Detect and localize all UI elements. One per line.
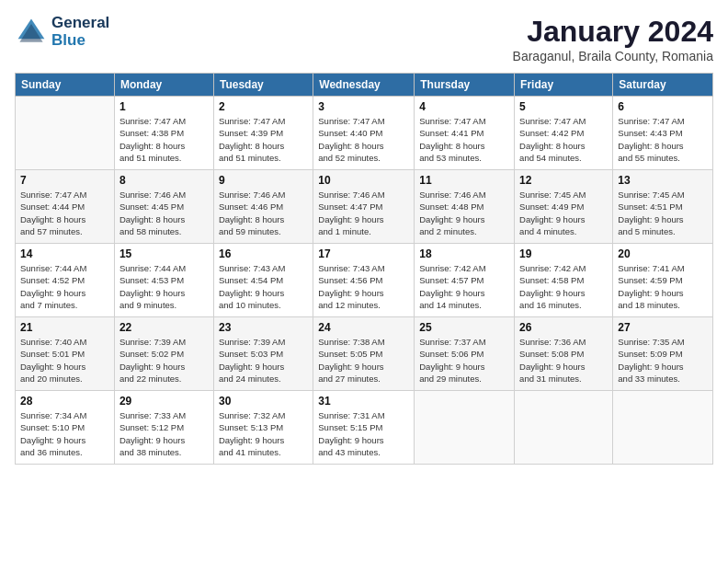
logo-icon (15, 16, 48, 49)
calendar-week-1: 1Sunrise: 7:47 AM Sunset: 4:38 PM Daylig… (16, 97, 713, 170)
day-number: 18 (419, 247, 509, 260)
day-info: Sunrise: 7:45 AM Sunset: 4:51 PM Dayligh… (618, 189, 708, 237)
calendar-cell: 22Sunrise: 7:39 AM Sunset: 5:02 PM Dayli… (114, 317, 213, 391)
calendar-cell: 31Sunrise: 7:31 AM Sunset: 5:15 PM Dayli… (313, 391, 415, 465)
day-number: 1 (119, 100, 209, 113)
calendar-cell: 27Sunrise: 7:35 AM Sunset: 5:09 PM Dayli… (613, 317, 713, 391)
calendar-cell (515, 391, 613, 465)
calendar-cell: 23Sunrise: 7:39 AM Sunset: 5:03 PM Dayli… (213, 317, 313, 391)
calendar-week-4: 21Sunrise: 7:40 AM Sunset: 5:01 PM Dayli… (16, 317, 713, 391)
day-info: Sunrise: 7:32 AM Sunset: 5:13 PM Dayligh… (219, 409, 308, 458)
calendar-cell: 10Sunrise: 7:46 AM Sunset: 4:47 PM Dayli… (313, 170, 415, 244)
day-number: 24 (318, 321, 409, 334)
day-number: 27 (618, 321, 708, 334)
day-header-tuesday: Tuesday (213, 74, 313, 97)
calendar-cell: 11Sunrise: 7:46 AM Sunset: 4:48 PM Dayli… (415, 170, 515, 244)
day-number: 2 (219, 100, 308, 113)
day-info: Sunrise: 7:43 AM Sunset: 4:54 PM Dayligh… (219, 262, 308, 311)
day-number: 4 (419, 100, 509, 113)
day-number: 7 (20, 174, 109, 187)
day-number: 25 (419, 321, 509, 334)
calendar-week-2: 7Sunrise: 7:47 AM Sunset: 4:44 PM Daylig… (16, 170, 713, 244)
calendar-cell: 19Sunrise: 7:42 AM Sunset: 4:58 PM Dayli… (515, 244, 613, 317)
calendar-cell: 14Sunrise: 7:44 AM Sunset: 4:52 PM Dayli… (16, 244, 115, 317)
day-info: Sunrise: 7:41 AM Sunset: 4:59 PM Dayligh… (618, 262, 708, 311)
day-info: Sunrise: 7:38 AM Sunset: 5:05 PM Dayligh… (318, 336, 409, 385)
day-info: Sunrise: 7:45 AM Sunset: 4:49 PM Dayligh… (519, 189, 608, 237)
day-header-thursday: Thursday (415, 74, 515, 97)
day-info: Sunrise: 7:37 AM Sunset: 5:06 PM Dayligh… (419, 336, 509, 385)
day-number: 31 (318, 395, 409, 408)
calendar-cell (16, 97, 115, 170)
day-info: Sunrise: 7:42 AM Sunset: 4:57 PM Dayligh… (419, 262, 509, 311)
day-info: Sunrise: 7:47 AM Sunset: 4:44 PM Dayligh… (20, 189, 109, 237)
calendar-cell: 24Sunrise: 7:38 AM Sunset: 5:05 PM Dayli… (313, 317, 415, 391)
day-number: 3 (318, 100, 409, 113)
day-header-friday: Friday (515, 74, 613, 97)
logo-text-blue: Blue (51, 31, 85, 49)
calendar-cell: 29Sunrise: 7:33 AM Sunset: 5:12 PM Dayli… (114, 391, 213, 465)
day-number: 20 (618, 247, 708, 260)
day-number: 17 (318, 247, 409, 260)
day-info: Sunrise: 7:47 AM Sunset: 4:41 PM Dayligh… (419, 115, 509, 164)
calendar-header: SundayMondayTuesdayWednesdayThursdayFrid… (16, 74, 713, 97)
day-number: 15 (119, 247, 209, 260)
calendar-cell: 26Sunrise: 7:36 AM Sunset: 5:08 PM Dayli… (515, 317, 613, 391)
day-header-sunday: Sunday (16, 74, 115, 97)
day-info: Sunrise: 7:47 AM Sunset: 4:40 PM Dayligh… (318, 115, 409, 164)
calendar-cell: 30Sunrise: 7:32 AM Sunset: 5:13 PM Dayli… (213, 391, 313, 465)
calendar-cell (415, 391, 515, 465)
day-header-monday: Monday (114, 74, 213, 97)
calendar-week-3: 14Sunrise: 7:44 AM Sunset: 4:52 PM Dayli… (16, 244, 713, 317)
day-number: 22 (119, 321, 209, 334)
calendar-cell (613, 391, 713, 465)
calendar-cell: 7Sunrise: 7:47 AM Sunset: 4:44 PM Daylig… (16, 170, 115, 244)
title-block: January 2024 Baraganul, Braila County, R… (513, 15, 713, 63)
day-number: 5 (519, 100, 608, 113)
day-number: 6 (618, 100, 708, 113)
calendar-cell: 15Sunrise: 7:44 AM Sunset: 4:53 PM Dayli… (114, 244, 213, 317)
day-number: 19 (519, 247, 608, 260)
day-number: 8 (119, 174, 209, 187)
day-number: 12 (519, 174, 608, 187)
day-info: Sunrise: 7:42 AM Sunset: 4:58 PM Dayligh… (519, 262, 608, 311)
calendar-cell: 2Sunrise: 7:47 AM Sunset: 4:39 PM Daylig… (213, 97, 313, 170)
calendar-cell: 20Sunrise: 7:41 AM Sunset: 4:59 PM Dayli… (613, 244, 713, 317)
calendar-cell: 28Sunrise: 7:34 AM Sunset: 5:10 PM Dayli… (16, 391, 115, 465)
logo-text-general: General (51, 14, 109, 31)
day-info: Sunrise: 7:34 AM Sunset: 5:10 PM Dayligh… (20, 409, 109, 458)
subtitle: Baraganul, Braila County, Romania (513, 49, 713, 63)
day-number: 9 (219, 174, 308, 187)
day-info: Sunrise: 7:36 AM Sunset: 5:08 PM Dayligh… (519, 336, 608, 385)
day-info: Sunrise: 7:46 AM Sunset: 4:48 PM Dayligh… (419, 189, 509, 237)
page-header: General Blue January 2024 Baraganul, Bra… (15, 15, 713, 63)
day-info: Sunrise: 7:33 AM Sunset: 5:12 PM Dayligh… (119, 409, 209, 458)
day-info: Sunrise: 7:40 AM Sunset: 5:01 PM Dayligh… (20, 336, 109, 385)
day-info: Sunrise: 7:44 AM Sunset: 4:52 PM Dayligh… (20, 262, 109, 311)
day-info: Sunrise: 7:31 AM Sunset: 5:15 PM Dayligh… (318, 409, 409, 458)
calendar-cell: 4Sunrise: 7:47 AM Sunset: 4:41 PM Daylig… (415, 97, 515, 170)
day-number: 30 (219, 395, 308, 408)
calendar-table: SundayMondayTuesdayWednesdayThursdayFrid… (15, 73, 713, 465)
calendar-cell: 1Sunrise: 7:47 AM Sunset: 4:38 PM Daylig… (114, 97, 213, 170)
day-number: 29 (119, 395, 209, 408)
day-info: Sunrise: 7:46 AM Sunset: 4:47 PM Dayligh… (318, 189, 409, 237)
day-info: Sunrise: 7:39 AM Sunset: 5:02 PM Dayligh… (119, 336, 209, 385)
calendar-cell: 17Sunrise: 7:43 AM Sunset: 4:56 PM Dayli… (313, 244, 415, 317)
day-info: Sunrise: 7:47 AM Sunset: 4:38 PM Dayligh… (119, 115, 209, 164)
calendar-cell: 13Sunrise: 7:45 AM Sunset: 4:51 PM Dayli… (613, 170, 713, 244)
calendar-body: 1Sunrise: 7:47 AM Sunset: 4:38 PM Daylig… (16, 97, 713, 465)
day-number: 28 (20, 395, 109, 408)
day-number: 14 (20, 247, 109, 260)
day-info: Sunrise: 7:47 AM Sunset: 4:42 PM Dayligh… (519, 115, 608, 164)
calendar-cell: 8Sunrise: 7:46 AM Sunset: 4:45 PM Daylig… (114, 170, 213, 244)
calendar-week-5: 28Sunrise: 7:34 AM Sunset: 5:10 PM Dayli… (16, 391, 713, 465)
day-number: 21 (20, 321, 109, 334)
day-number: 16 (219, 247, 308, 260)
calendar-cell: 18Sunrise: 7:42 AM Sunset: 4:57 PM Dayli… (415, 244, 515, 317)
day-number: 11 (419, 174, 509, 187)
calendar-cell: 6Sunrise: 7:47 AM Sunset: 4:43 PM Daylig… (613, 97, 713, 170)
calendar-cell: 16Sunrise: 7:43 AM Sunset: 4:54 PM Dayli… (213, 244, 313, 317)
day-number: 26 (519, 321, 608, 334)
calendar-cell: 3Sunrise: 7:47 AM Sunset: 4:40 PM Daylig… (313, 97, 415, 170)
